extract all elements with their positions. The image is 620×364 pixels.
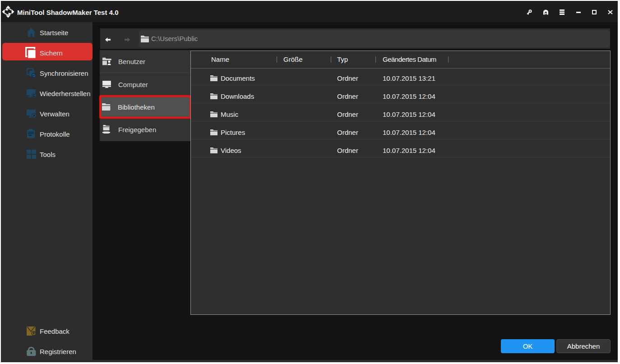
svg-text:C: C	[32, 93, 35, 97]
